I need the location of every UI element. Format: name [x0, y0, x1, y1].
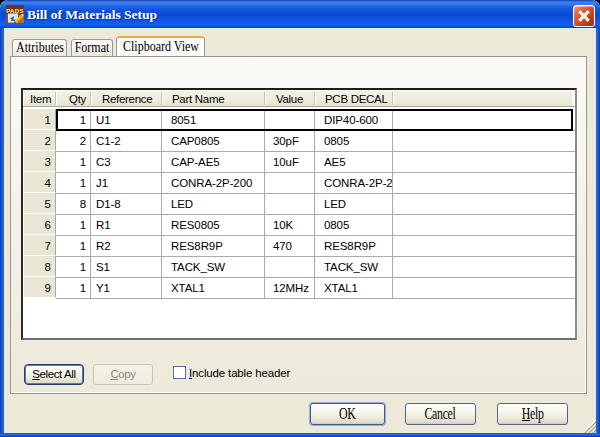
svg-text:PADS: PADS [6, 7, 24, 14]
